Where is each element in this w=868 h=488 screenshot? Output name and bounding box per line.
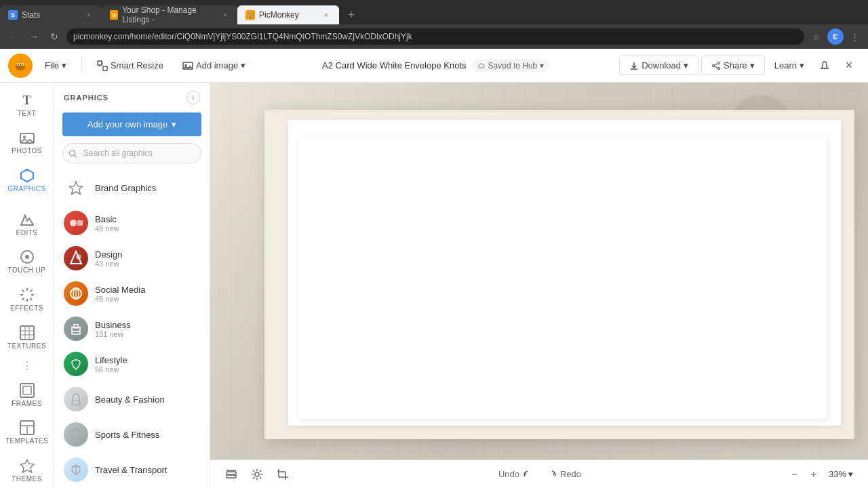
nav-item-touch-up[interactable]: TOUCH UP bbox=[3, 243, 51, 280]
category-travel[interactable]: Travel & Transport bbox=[54, 452, 210, 487]
zoom-level-display[interactable]: 33% ▾ bbox=[825, 468, 857, 481]
category-sports-fitness[interactable]: Sports & Fitness bbox=[54, 417, 210, 452]
basic-sub: 49 new bbox=[95, 224, 119, 232]
svg-point-63 bbox=[71, 429, 81, 440]
nav-frames-label: FRAMES bbox=[12, 400, 42, 407]
category-business[interactable]: Business 131 new bbox=[54, 311, 210, 346]
svg-marker-51 bbox=[70, 182, 83, 195]
close-editor-button[interactable]: × bbox=[838, 55, 860, 77]
brand-graphics-item[interactable]: Brand Graphics bbox=[54, 170, 210, 205]
category-lifestyle[interactable]: Lifestyle 56 new bbox=[54, 346, 210, 382]
category-social-media[interactable]: Social Media 45 new bbox=[54, 276, 210, 311]
svg-line-20 bbox=[715, 63, 718, 65]
cloud-save-icon bbox=[477, 62, 486, 70]
share-button[interactable]: Share ▾ bbox=[701, 56, 765, 75]
nav-item-templates[interactable]: TEMPLATES bbox=[3, 414, 51, 451]
forward-button[interactable]: → bbox=[26, 28, 42, 45]
svg-point-49 bbox=[70, 150, 75, 156]
zoom-chevron-icon: ▾ bbox=[848, 469, 853, 479]
tab-stats[interactable]: S Stats × bbox=[0, 5, 102, 24]
text-nav-icon: T bbox=[22, 94, 31, 108]
bookmark-button[interactable]: ☆ bbox=[808, 28, 825, 45]
business-info: Business 131 new bbox=[95, 320, 131, 338]
svg-marker-26 bbox=[21, 169, 33, 182]
shop-favicon: ⊕ bbox=[110, 10, 118, 20]
add-image-chevron-icon: ▾ bbox=[241, 60, 245, 70]
bottom-toolbar: Undo Redo − + 33% ▾ bbox=[210, 460, 868, 488]
tab-stats-close[interactable]: × bbox=[84, 10, 94, 20]
app-logo bbox=[8, 54, 33, 78]
nav-item-themes[interactable]: THEMES bbox=[3, 451, 51, 488]
lifestyle-thumb bbox=[64, 352, 88, 376]
learn-button[interactable]: Learn ▾ bbox=[768, 56, 811, 75]
address-bar[interactable]: picmonkey.com/home/editor/CiQ0NmVjYjljYS… bbox=[66, 28, 804, 45]
new-tab-button[interactable]: + bbox=[342, 5, 361, 24]
nav-item-text[interactable]: T TEXT bbox=[3, 88, 51, 123]
category-beauty-fashion[interactable]: Beauty & Fashion bbox=[54, 382, 210, 417]
svg-text:🐒: 🐒 bbox=[247, 12, 255, 20]
canvas-area[interactable]: Undo Redo − + 33% ▾ bbox=[210, 83, 868, 488]
search-input[interactable] bbox=[62, 143, 201, 163]
social-thumb bbox=[64, 281, 88, 306]
tab-picmonkey-label: PicMonkey bbox=[259, 10, 299, 20]
smart-resize-label: Smart Resize bbox=[111, 60, 163, 70]
nav-item-graphics[interactable]: GRAPHICS bbox=[3, 161, 51, 198]
nav-item-edits[interactable]: EDITS bbox=[3, 206, 51, 242]
svg-line-21 bbox=[715, 66, 718, 68]
notifications-button[interactable] bbox=[814, 55, 835, 77]
add-image-button[interactable]: Add image ▾ bbox=[176, 56, 252, 75]
svg-line-35 bbox=[30, 290, 32, 292]
add-image-btn-label: Add your own image bbox=[87, 119, 168, 129]
add-own-image-button[interactable]: Add your own image ▾ bbox=[62, 113, 201, 136]
svg-point-17 bbox=[718, 62, 720, 64]
design-info: Design 43 new bbox=[95, 249, 122, 268]
app: File ▾ Smart Resize Add image ▾ A2 Card … bbox=[0, 49, 868, 488]
panel-info-button[interactable]: i bbox=[186, 91, 200, 104]
tab-picmonkey-close[interactable]: × bbox=[321, 10, 331, 20]
nav-item-effects[interactable]: EFFECTS bbox=[3, 281, 51, 317]
svg-point-19 bbox=[718, 67, 720, 69]
crop-button[interactable] bbox=[273, 464, 293, 485]
beauty-info: Beauty & Fashion bbox=[95, 394, 165, 405]
nav-more-dots[interactable]: ⋮ bbox=[22, 359, 33, 372]
nav-item-photos[interactable]: PHOTOS bbox=[3, 124, 51, 160]
beauty-thumb bbox=[64, 387, 88, 411]
layers-button[interactable] bbox=[221, 464, 241, 485]
refresh-button[interactable]: ↻ bbox=[46, 28, 62, 45]
back-button[interactable]: ← bbox=[5, 28, 22, 45]
tab-picmonkey[interactable]: 🐒 PicMonkey × bbox=[237, 5, 339, 24]
settings-tool-button[interactable] bbox=[247, 464, 267, 485]
settings-icon[interactable]: ⋮ bbox=[846, 28, 863, 45]
tab-bar: S Stats × ⊕ Your Shop - Manage Listings … bbox=[0, 0, 868, 24]
design-sub: 43 new bbox=[95, 260, 122, 268]
file-menu-button[interactable]: File ▾ bbox=[38, 56, 73, 75]
tab-shop[interactable]: ⊕ Your Shop - Manage Listings - × bbox=[102, 5, 237, 24]
social-info: Social Media 45 new bbox=[95, 285, 145, 303]
browser-chrome: S Stats × ⊕ Your Shop - Manage Listings … bbox=[0, 0, 868, 49]
smart-resize-button[interactable]: Smart Resize bbox=[90, 56, 170, 75]
download-icon bbox=[629, 61, 639, 70]
themes-nav-icon bbox=[20, 457, 35, 473]
bottom-left-tools bbox=[221, 464, 293, 485]
zoom-out-button[interactable]: − bbox=[787, 466, 803, 483]
nav-item-textures[interactable]: TEXTURES bbox=[3, 319, 51, 355]
file-label: File bbox=[45, 60, 59, 70]
travel-name: Travel & Transport bbox=[95, 465, 167, 475]
redo-button[interactable]: Redo bbox=[542, 466, 587, 482]
zoom-in-button[interactable]: + bbox=[806, 466, 822, 483]
effects-nav-icon bbox=[20, 286, 35, 302]
basic-thumb bbox=[64, 211, 88, 235]
category-basic[interactable]: Basic 49 new bbox=[54, 205, 210, 241]
tab-shop-close[interactable]: × bbox=[221, 10, 229, 20]
user-avatar[interactable]: E bbox=[827, 28, 844, 45]
basic-info: Basic 49 new bbox=[95, 214, 119, 232]
svg-line-33 bbox=[22, 290, 24, 292]
category-design[interactable]: Design 43 new bbox=[54, 241, 210, 276]
undo-button[interactable]: Undo bbox=[493, 466, 537, 482]
saved-badge[interactable]: Saved to Hub ▾ bbox=[472, 59, 550, 73]
basic-name: Basic bbox=[95, 214, 119, 224]
download-button[interactable]: Download ▾ bbox=[619, 56, 698, 75]
learn-label: Learn bbox=[774, 60, 797, 70]
canvas-workspace bbox=[210, 83, 868, 460]
nav-item-frames[interactable]: FRAMES bbox=[3, 376, 51, 413]
